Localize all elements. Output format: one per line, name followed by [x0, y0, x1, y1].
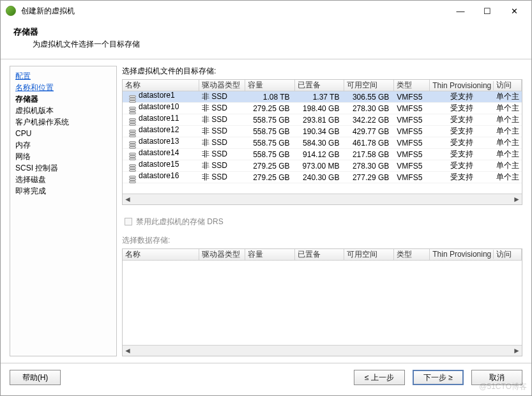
- cell: 单个主: [494, 160, 522, 171]
- maximize-button[interactable]: ☐: [479, 4, 496, 18]
- table-row[interactable]: datastore12非 SSD558.75 GB190.34 GB429.77…: [123, 126, 522, 137]
- cell: 受支持: [430, 91, 494, 102]
- column-header[interactable]: 容量: [245, 80, 295, 91]
- column-header[interactable]: 名称: [123, 249, 199, 260]
- wizard-step-2: 存储器: [15, 93, 111, 105]
- column-header[interactable]: 驱动器类型: [199, 249, 245, 260]
- cell: 190.34 GB: [295, 127, 345, 136]
- table-row[interactable]: datastore13非 SSD558.75 GB584.30 GB461.78…: [123, 137, 522, 149]
- cell: 558.75 GB: [245, 150, 295, 159]
- cell: 279.25 GB: [245, 104, 295, 113]
- cell: datastore14: [123, 148, 199, 160]
- cancel-button[interactable]: 取消: [471, 370, 522, 385]
- horizontal-scrollbar[interactable]: ◄ ►: [123, 194, 522, 204]
- cell: datastore1: [123, 91, 199, 103]
- cell: datastore13: [123, 137, 199, 149]
- back-button[interactable]: ≤ 上一步: [354, 370, 405, 385]
- cell: datastore11: [123, 114, 199, 126]
- cell: 198.40 GB: [295, 104, 345, 113]
- column-header[interactable]: 可用空间: [344, 80, 394, 91]
- secondary-datastore-table: 名称驱动器类型容量已置备可用空间类型Thin Provisioning访问 ◄ …: [122, 248, 522, 356]
- cell: 461.78 GB: [344, 139, 394, 148]
- cell: 429.77 GB: [344, 127, 394, 136]
- column-header[interactable]: 容量: [245, 249, 295, 260]
- wizard-steps-sidebar: 配置名称和位置存储器虚拟机版本客户机操作系统CPU内存网络SCSI 控制器选择磁…: [10, 66, 117, 356]
- column-header[interactable]: 名称: [123, 80, 199, 91]
- column-header[interactable]: 已置备: [295, 80, 345, 91]
- table-row[interactable]: datastore16非 SSD279.25 GB240.30 GB277.29…: [123, 172, 522, 183]
- help-button[interactable]: 帮助(H): [10, 370, 61, 385]
- wizard-step-9: 选择磁盘: [15, 174, 111, 185]
- minimize-button[interactable]: —: [452, 4, 469, 18]
- cell: datastore12: [123, 125, 199, 137]
- wizard-step-1[interactable]: 名称和位置: [15, 82, 111, 93]
- cell: VMFS5: [394, 127, 430, 136]
- cell: 受支持: [430, 103, 494, 114]
- cell: 1.08 TB: [245, 93, 295, 102]
- wizard-step-4: 客户机操作系统: [15, 116, 111, 128]
- vsphere-icon: [6, 6, 16, 16]
- cell: datastore15: [123, 160, 199, 172]
- cell: 受支持: [430, 114, 494, 125]
- column-header[interactable]: 可用空间: [344, 249, 394, 260]
- cell: 非 SSD: [199, 126, 245, 137]
- page-title: 存储器: [13, 26, 519, 38]
- column-header[interactable]: 类型: [394, 80, 430, 91]
- datastore-icon: [129, 176, 136, 183]
- cell: 单个主: [494, 137, 522, 148]
- cell: 558.75 GB: [245, 127, 295, 136]
- column-header[interactable]: 驱动器类型: [199, 80, 245, 91]
- table-row[interactable]: datastore11非 SSD558.75 GB293.81 GB342.22…: [123, 114, 522, 126]
- cell: 584.30 GB: [295, 139, 345, 148]
- secondary-table-body: [123, 261, 522, 303]
- scroll-left-icon[interactable]: ◄: [123, 195, 133, 204]
- cell: 1.37 TB: [295, 93, 345, 102]
- wizard-step-0[interactable]: 配置: [15, 70, 111, 82]
- cell: 非 SSD: [199, 149, 245, 160]
- column-header[interactable]: 访问: [494, 249, 522, 260]
- cell: 单个主: [494, 114, 522, 125]
- column-header[interactable]: 已置备: [295, 249, 345, 260]
- cell: 受支持: [430, 126, 494, 137]
- cell: datastore10: [123, 102, 199, 114]
- cell: 非 SSD: [199, 114, 245, 125]
- table-row[interactable]: datastore10非 SSD279.25 GB198.40 GB278.30…: [123, 103, 522, 114]
- cell: VMFS5: [394, 173, 430, 182]
- column-header[interactable]: 类型: [394, 249, 430, 260]
- cell: 非 SSD: [199, 103, 245, 114]
- cell: 973.00 MB: [295, 162, 345, 171]
- next-button[interactable]: 下一步 ≥: [413, 370, 464, 385]
- cell: datastore16: [123, 171, 199, 183]
- target-storage-label: 选择虚拟机文件的目标存储:: [122, 66, 522, 77]
- table-row[interactable]: datastore15非 SSD279.25 GB973.00 MB278.30…: [123, 160, 522, 172]
- wizard-step-10: 即将完成: [15, 185, 111, 197]
- titlebar: 创建新的虚拟机 — ☐ ✕: [1, 1, 531, 21]
- cell: 558.75 GB: [245, 116, 295, 125]
- select-datastore-label: 选择数据存储:: [122, 235, 522, 246]
- cell: 342.22 GB: [344, 116, 394, 125]
- column-header[interactable]: 访问: [494, 80, 522, 91]
- cell: VMFS5: [394, 162, 430, 171]
- cell: 单个主: [494, 149, 522, 160]
- disable-storage-drs-row: 禁用此虚拟机的存储 DRS: [125, 217, 522, 227]
- cell: 240.30 GB: [295, 173, 345, 182]
- disable-storage-drs-checkbox: [125, 218, 132, 225]
- cell: 非 SSD: [199, 160, 245, 171]
- horizontal-scrollbar[interactable]: ◄ ►: [123, 345, 522, 356]
- column-header[interactable]: Thin Provisioning: [430, 81, 494, 90]
- cell: 277.29 GB: [344, 173, 394, 182]
- scroll-right-icon[interactable]: ►: [512, 195, 522, 204]
- wizard-step-6: 内存: [15, 139, 111, 151]
- close-button[interactable]: ✕: [506, 4, 522, 18]
- scroll-left-icon[interactable]: ◄: [123, 346, 133, 355]
- table-row[interactable]: datastore1非 SSD1.08 TB1.37 TB306.55 GBVM…: [123, 91, 522, 103]
- cell: VMFS5: [394, 104, 430, 113]
- scroll-right-icon[interactable]: ►: [512, 346, 522, 355]
- table-row[interactable]: datastore14非 SSD558.75 GB914.12 GB217.58…: [123, 149, 522, 160]
- page-subtitle: 为虚拟机文件选择一个目标存储: [33, 39, 519, 50]
- cell: 受支持: [430, 149, 494, 160]
- secondary-table-header: 名称驱动器类型容量已置备可用空间类型Thin Provisioning访问: [123, 249, 522, 261]
- cell: 非 SSD: [199, 91, 245, 102]
- cell: VMFS5: [394, 93, 430, 102]
- column-header[interactable]: Thin Provisioning: [430, 250, 494, 259]
